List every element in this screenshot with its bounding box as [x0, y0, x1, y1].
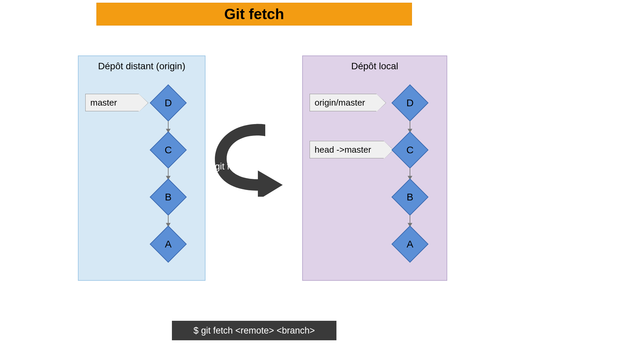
remote-panel: Dépôt distant (origin) master D C B A — [78, 55, 205, 281]
arrow-down-icon — [168, 121, 169, 132]
commit-label: A — [165, 238, 172, 250]
local-panel-title: Dépôt local — [303, 61, 447, 72]
commit-label: D — [406, 97, 414, 109]
branch-tag-origin-master: origin/master — [310, 94, 377, 111]
commit-node-a: A — [397, 231, 423, 257]
page-title: Git fetch — [96, 3, 412, 26]
fetch-arrow-label: git fetch — [215, 161, 247, 172]
branch-tag-head-master: head ->master — [310, 141, 384, 158]
commit-node-a: A — [155, 231, 181, 257]
commit-label: B — [407, 191, 413, 203]
commit-node-c: C — [397, 137, 423, 163]
local-panel: Dépôt local origin/master head ->master … — [302, 55, 447, 281]
commit-label: C — [406, 144, 414, 156]
command-text: $ git fetch <remote> <branch> — [193, 325, 315, 336]
commit-label: B — [165, 191, 172, 203]
commit-node-d: D — [155, 90, 181, 116]
commit-label: D — [165, 97, 172, 109]
arrow-down-icon — [410, 215, 410, 227]
remote-panel-title: Dépôt distant (origin) — [79, 61, 205, 72]
commit-node-d: D — [397, 90, 423, 116]
commit-label: A — [407, 238, 413, 250]
tag-label: master — [90, 98, 117, 108]
commit-node-c: C — [155, 137, 181, 163]
arrow-down-icon — [168, 215, 169, 227]
commit-node-b: B — [155, 184, 181, 210]
branch-tag-master: master — [85, 94, 139, 111]
arrow-down-icon — [168, 168, 169, 180]
commit-label: C — [165, 144, 172, 156]
arrow-down-icon — [410, 168, 410, 180]
tag-label: origin/master — [315, 98, 365, 108]
command-box: $ git fetch <remote> <branch> — [172, 321, 336, 340]
tag-label: head ->master — [315, 145, 371, 155]
fetch-arrow-icon — [212, 119, 289, 197]
commit-node-b: B — [397, 184, 423, 210]
arrow-down-icon — [410, 121, 410, 132]
